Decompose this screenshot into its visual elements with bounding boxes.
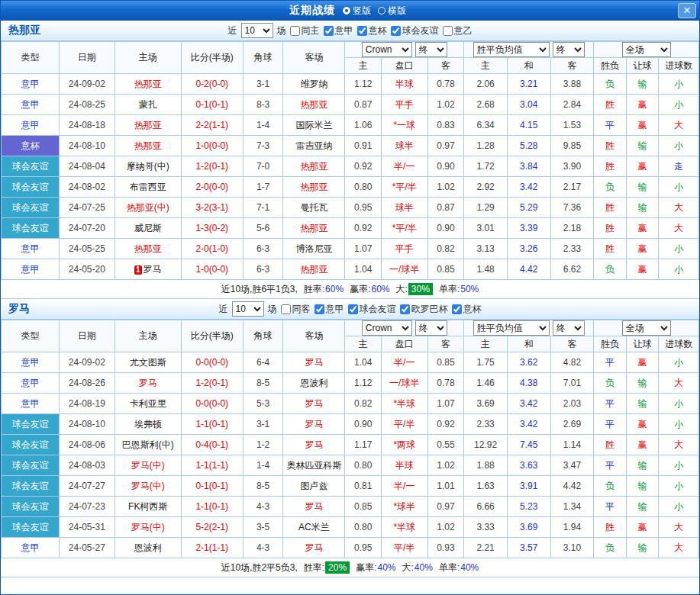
league-filter[interactable]: 同主 xyxy=(290,24,320,37)
corners-cell: 3-1 xyxy=(243,414,283,435)
stat-label: 胜率: xyxy=(304,561,324,574)
vertical-layout-label: 竖版 xyxy=(353,5,371,18)
stat-label: 单率: xyxy=(439,283,460,296)
stat-label: 赢率: xyxy=(350,283,370,296)
league-filter[interactable]: 球会友谊 xyxy=(348,303,396,316)
handicap-cell: 平手 xyxy=(381,239,427,259)
europe-state-select[interactable]: 终 xyxy=(553,42,585,57)
date-cell: 24-08-10 xyxy=(59,414,115,435)
games-count-select[interactable]: 10 xyxy=(232,301,264,317)
home-team-name: 布雷西亚 xyxy=(130,182,166,192)
score-cell: 0-1(0-1) xyxy=(181,95,243,115)
league-filter-label: 同客 xyxy=(292,303,311,316)
match-row: 球会友谊24-05-31罗马(中)5-2(2-1)3-5AC米兰0.80*半球1… xyxy=(2,517,699,538)
odds-provider-select[interactable]: Crown xyxy=(362,42,412,57)
vertical-layout-radio[interactable] xyxy=(343,7,350,14)
horizontal-layout-radio[interactable] xyxy=(378,7,385,14)
europe-odds-select[interactable]: 胜平负均值 xyxy=(473,320,550,336)
col-header: 主场 xyxy=(115,42,181,74)
europe-odds-select[interactable]: 胜平负均值 xyxy=(473,42,550,57)
home-odds-cell: 2.21 xyxy=(464,538,508,558)
games-label: 场 xyxy=(268,303,277,316)
home-odds-cell: 1.72 xyxy=(464,156,508,177)
result-wdl-cell: 胜 xyxy=(594,95,627,115)
result-wdl-cell: 平 xyxy=(594,115,627,136)
odds-state-select[interactable]: 终 xyxy=(415,42,447,57)
league-filter-checkbox[interactable] xyxy=(324,26,334,36)
handicap-cell: 半/一 xyxy=(381,352,427,373)
europe-odds-selects: 胜平负均值终 xyxy=(464,42,593,57)
corners-cell: 1-7 xyxy=(243,177,283,198)
result-goals-cell: 大 xyxy=(659,198,699,218)
odds-provider-select[interactable]: Crown xyxy=(362,320,412,336)
type-cell: 意甲 xyxy=(2,95,60,115)
type-cell: 意甲 xyxy=(2,538,60,558)
home-odds-cell: 2.33 xyxy=(464,414,508,435)
match-row: 意甲24-09-02尤文图斯0-0(0-0)6-4罗马1.04半/一0.851.… xyxy=(2,352,699,373)
league-filter[interactable]: 同客 xyxy=(281,303,311,316)
league-filter[interactable]: 意甲 xyxy=(315,303,344,316)
away-team-name: 热那亚 xyxy=(300,223,327,233)
away-team-name: 热那亚 xyxy=(300,264,327,275)
away-water-cell: 1.01 xyxy=(427,476,464,497)
asian-odds-selects: Crown终 xyxy=(345,42,463,57)
handicap-cell: 一/球半 xyxy=(381,259,427,280)
stat-label: 赢率: xyxy=(356,561,376,574)
league-filter[interactable]: 欧罗巴杯 xyxy=(400,303,448,316)
home-team-name: 罗马(中) xyxy=(131,460,165,471)
score-cell: 2-0(1-0) xyxy=(181,239,243,259)
odds-state-select[interactable]: 终 xyxy=(415,320,447,336)
europe-odds-header: 胜平负均值终 xyxy=(464,42,594,58)
away-water-cell: 0.97 xyxy=(427,497,464,517)
sub-col-header: 盘口 xyxy=(381,58,427,74)
corners-cell: 3-5 xyxy=(243,517,283,538)
scope-select[interactable]: 全场 xyxy=(622,320,671,336)
league-filter-checkbox[interactable] xyxy=(348,304,358,314)
score-cell: 0-4(0-1) xyxy=(181,435,243,455)
home-team-name: 罗马 xyxy=(139,378,157,388)
match-row: 球会友谊24-07-25热那亚(中)3-2(3-1)7-1曼托瓦0.95球半0.… xyxy=(2,198,699,218)
away-odds-cell: 2.18 xyxy=(550,218,594,239)
away-team-name: 热那亚 xyxy=(300,99,327,110)
league-filter-checkbox[interactable] xyxy=(290,26,300,36)
handicap-cell: *平/半 xyxy=(381,177,427,198)
games-count-select[interactable]: 10 xyxy=(241,23,273,38)
sub-col-header: 进球数 xyxy=(659,336,699,352)
away-water-cell: 0.90 xyxy=(427,218,464,239)
away-team-name: AC米兰 xyxy=(298,522,330,532)
league-filter-checkbox[interactable] xyxy=(315,304,324,314)
league-filter[interactable]: 意杯 xyxy=(452,303,482,316)
draw-odds-cell: 3.84 xyxy=(507,156,550,177)
league-filter[interactable]: 球会友谊 xyxy=(391,24,439,37)
league-filter[interactable]: 意乙 xyxy=(443,24,473,37)
league-filter-checkbox[interactable] xyxy=(391,26,401,36)
league-filter-checkbox[interactable] xyxy=(443,26,453,36)
sections-container: 热那亚近10场同主意甲意杯球会友谊意乙类型日期主场比分(半场)角球客场Crown… xyxy=(1,21,699,577)
away-odds-cell: 6.62 xyxy=(550,259,594,280)
away-team-name: 曼托瓦 xyxy=(300,202,327,213)
result-wdl-cell: 负 xyxy=(594,373,627,394)
result-handicap-cell: 输 xyxy=(626,394,659,414)
away-odds-cell: 2.03 xyxy=(550,394,594,414)
away-water-cell: 0.85 xyxy=(427,352,464,373)
away-odds-cell: 1.14 xyxy=(550,435,594,455)
score-cell: 1-2(0-1) xyxy=(181,373,243,394)
away-odds-cell: 1.53 xyxy=(550,115,594,136)
draw-odds-cell: 3.69 xyxy=(507,517,550,538)
league-filter-checkbox[interactable] xyxy=(357,26,367,36)
away-team-cell: 热那亚 xyxy=(283,218,345,239)
league-filter[interactable]: 意杯 xyxy=(357,24,387,37)
corners-cell: 8-5 xyxy=(243,476,283,497)
close-icon[interactable]: ✕ xyxy=(678,3,696,18)
scope-select[interactable]: 全场 xyxy=(622,42,671,57)
col-header: 比分(半场) xyxy=(181,42,243,74)
away-water-cell: 0.92 xyxy=(427,414,464,435)
draw-odds-cell: 5.23 xyxy=(507,497,550,517)
home-water-cell: 0.80 xyxy=(345,455,382,476)
league-filter-checkbox[interactable] xyxy=(400,304,410,314)
europe-state-select[interactable]: 终 xyxy=(553,320,585,336)
league-filter-checkbox[interactable] xyxy=(452,304,462,314)
league-filter-checkbox[interactable] xyxy=(281,304,291,314)
asian-odds-header: Crown终 xyxy=(345,42,464,58)
league-filter[interactable]: 意甲 xyxy=(324,24,353,37)
